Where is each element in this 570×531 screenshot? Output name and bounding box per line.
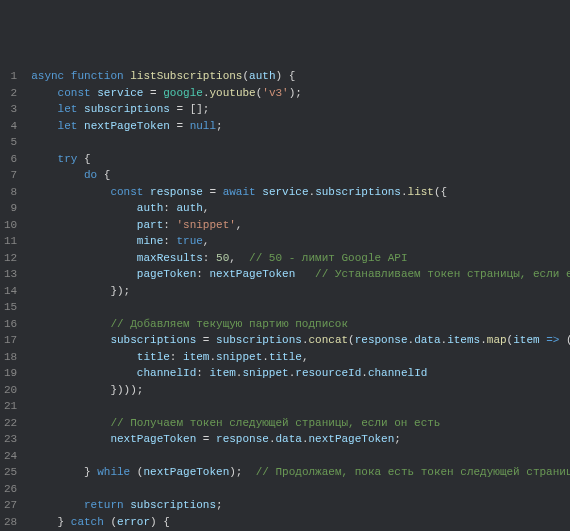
line-number: 22 <box>4 415 17 432</box>
line-number: 4 <box>4 118 17 135</box>
line-number: 23 <box>4 431 17 448</box>
line-number: 20 <box>4 382 17 399</box>
code-line[interactable]: }); <box>31 283 570 300</box>
line-number-gutter: 1234567891011121314151617181920212223242… <box>0 66 25 531</box>
code-line[interactable]: auth: auth, <box>31 200 570 217</box>
code-line[interactable] <box>31 398 570 415</box>
line-number: 8 <box>4 184 17 201</box>
line-number: 18 <box>4 349 17 366</box>
code-line[interactable] <box>31 134 570 151</box>
line-number: 1 <box>4 68 17 85</box>
code-line[interactable]: pageToken: nextPageToken // Устанавливае… <box>31 266 570 283</box>
code-line[interactable] <box>31 481 570 498</box>
line-number: 14 <box>4 283 17 300</box>
line-number: 6 <box>4 151 17 168</box>
code-line[interactable]: const response = await service.subscript… <box>31 184 570 201</box>
code-line[interactable]: } catch (error) { <box>31 514 570 531</box>
line-number: 21 <box>4 398 17 415</box>
line-number: 9 <box>4 200 17 217</box>
code-line[interactable]: channelId: item.snippet.resourceId.chann… <box>31 365 570 382</box>
line-number: 24 <box>4 448 17 465</box>
line-number: 2 <box>4 85 17 102</box>
code-line[interactable]: let subscriptions = []; <box>31 101 570 118</box>
code-line[interactable]: // Добавляем текущую партию подписок <box>31 316 570 333</box>
code-area[interactable]: async function listSubscriptions(auth) {… <box>25 66 570 531</box>
line-number: 27 <box>4 497 17 514</box>
code-line[interactable] <box>31 448 570 465</box>
code-line[interactable]: const service = google.youtube('v3'); <box>31 85 570 102</box>
line-number: 26 <box>4 481 17 498</box>
code-line[interactable]: } while (nextPageToken); // Продолжаем, … <box>31 464 570 481</box>
code-editor[interactable]: 1234567891011121314151617181920212223242… <box>0 66 570 531</box>
code-line[interactable]: do { <box>31 167 570 184</box>
line-number: 17 <box>4 332 17 349</box>
code-line[interactable]: // Получаем токен следующей страницы, ес… <box>31 415 570 432</box>
code-line[interactable]: title: item.snippet.title, <box>31 349 570 366</box>
line-number: 28 <box>4 514 17 531</box>
code-line[interactable]: return subscriptions; <box>31 497 570 514</box>
line-number: 25 <box>4 464 17 481</box>
code-line[interactable]: }))); <box>31 382 570 399</box>
line-number: 7 <box>4 167 17 184</box>
code-line[interactable]: async function listSubscriptions(auth) { <box>31 68 570 85</box>
line-number: 10 <box>4 217 17 234</box>
line-number: 15 <box>4 299 17 316</box>
code-line[interactable]: mine: true, <box>31 233 570 250</box>
code-line[interactable]: maxResults: 50, // 50 - лимит Google API <box>31 250 570 267</box>
line-number: 13 <box>4 266 17 283</box>
line-number: 3 <box>4 101 17 118</box>
line-number: 19 <box>4 365 17 382</box>
line-number: 11 <box>4 233 17 250</box>
code-line[interactable] <box>31 299 570 316</box>
line-number: 12 <box>4 250 17 267</box>
line-number: 16 <box>4 316 17 333</box>
code-line[interactable]: let nextPageToken = null; <box>31 118 570 135</box>
code-line[interactable]: subscriptions = subscriptions.concat(res… <box>31 332 570 349</box>
code-line[interactable]: nextPageToken = response.data.nextPageTo… <box>31 431 570 448</box>
code-line[interactable]: part: 'snippet', <box>31 217 570 234</box>
line-number: 5 <box>4 134 17 151</box>
code-line[interactable]: try { <box>31 151 570 168</box>
